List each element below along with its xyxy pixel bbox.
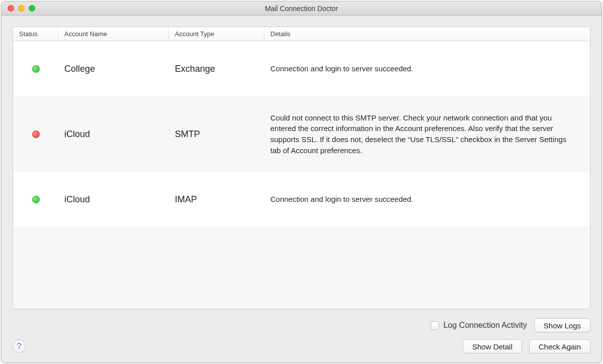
status-dot-icon (32, 196, 40, 203)
footer-row-bottom: ? Show Detail Check Again (13, 339, 590, 353)
traffic-lights (2, 5, 35, 12)
content-area: Status Account Name Account Type Details… (2, 16, 601, 362)
minimize-icon[interactable] (18, 5, 25, 12)
window-title: Mail Connection Doctor (2, 5, 601, 13)
check-again-button[interactable]: Check Again (529, 339, 590, 353)
window: Mail Connection Doctor Status Account Na… (1, 1, 602, 363)
status-dot-icon (32, 65, 40, 73)
footer-row-top: Log Connection Activity Show Logs (13, 318, 590, 332)
status-cell (13, 196, 58, 203)
footer: Log Connection Activity Show Logs ? Show… (13, 309, 590, 353)
table-header: Status Account Name Account Type Details (13, 27, 590, 41)
status-cell (13, 131, 58, 138)
account-name-cell: iCloud (58, 129, 169, 140)
help-button[interactable]: ? (13, 340, 26, 353)
header-account-type[interactable]: Account Type (169, 27, 264, 41)
header-account-name[interactable]: Account Name (58, 27, 169, 41)
header-status[interactable]: Status (13, 27, 58, 41)
show-detail-button[interactable]: Show Detail (463, 339, 522, 353)
titlebar: Mail Connection Doctor (2, 2, 601, 16)
details-cell: Connection and login to server succeeded… (264, 56, 590, 81)
account-name-cell: College (58, 64, 169, 74)
table-row[interactable]: iCloud IMAP Connection and login to serv… (13, 172, 590, 227)
table-row[interactable]: College Exchange Connection and login to… (13, 41, 590, 96)
account-name-cell: iCloud (58, 194, 169, 205)
account-type-cell: Exchange (169, 64, 264, 74)
checkbox-icon[interactable] (431, 321, 439, 330)
table-body: College Exchange Connection and login to… (13, 41, 590, 309)
status-dot-icon (32, 131, 40, 138)
table-row[interactable]: iCloud SMTP Could not connect to this SM… (13, 96, 590, 172)
account-type-cell: IMAP (169, 194, 264, 205)
connection-table: Status Account Name Account Type Details… (13, 27, 590, 309)
account-type-cell: SMTP (169, 129, 264, 140)
status-cell (13, 65, 58, 73)
log-connection-activity-label: Log Connection Activity (443, 321, 527, 330)
show-logs-button[interactable]: Show Logs (534, 318, 590, 332)
details-cell: Could not connect to this SMTP server. C… (264, 105, 590, 163)
close-icon[interactable] (8, 5, 14, 12)
details-cell: Connection and login to server succeeded… (264, 187, 590, 212)
log-connection-activity-checkbox[interactable]: Log Connection Activity (431, 321, 527, 330)
zoom-icon[interactable] (29, 5, 35, 12)
header-details[interactable]: Details (264, 27, 590, 41)
